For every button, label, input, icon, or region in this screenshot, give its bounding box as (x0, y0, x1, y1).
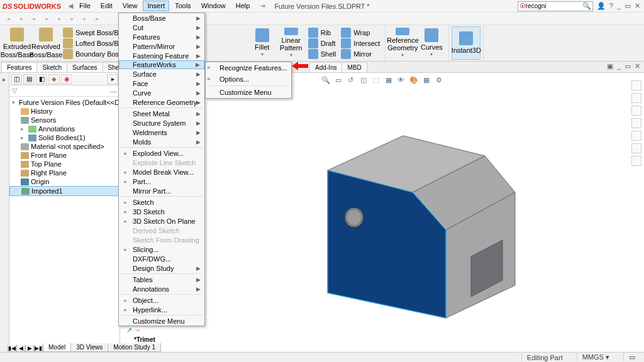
insert-menu-item[interactable]: Structure System▶ (119, 118, 204, 128)
user-icon[interactable]: 👤 (597, 2, 606, 10)
vt-display-style-icon[interactable]: ▦ (384, 75, 394, 85)
tree-history[interactable]: History (9, 107, 119, 116)
cmd-revolved-boss[interactable]: Revolved Boss/Base (31, 26, 60, 60)
tab-nav-first[interactable]: ▮◀ (8, 345, 16, 352)
insert-menu-item[interactable]: Molds▶ (119, 137, 204, 146)
tree-annotations[interactable]: ▸Annotations (9, 124, 119, 133)
help-icon[interactable]: ? (609, 2, 613, 10)
status-extra-icon[interactable]: ▭ (623, 353, 640, 361)
tab-mbd[interactable]: MBD (341, 62, 367, 72)
tab-sketch[interactable]: Sketch (36, 62, 67, 72)
menu-view[interactable]: View (118, 1, 142, 11)
fm-filter-icon[interactable]: ▽ (12, 87, 17, 95)
vt-zoom-fit-icon[interactable]: 🔍 (321, 75, 331, 85)
menu-window[interactable]: Window (197, 1, 230, 11)
history-back-icon[interactable]: ◀ (66, 2, 75, 10)
tab-addins[interactable]: Add-Ins (309, 62, 342, 72)
menu-file[interactable]: File (75, 1, 95, 11)
menu-tools[interactable]: Tools (170, 1, 196, 11)
cmd-intersect[interactable]: Intersect (338, 38, 382, 48)
tab-model[interactable]: Model (43, 343, 71, 352)
doc-close-icon[interactable]: ✕ (635, 62, 640, 70)
menu-insert[interactable]: Insert (143, 1, 169, 11)
vt-zoom-area-icon[interactable]: ▭ (333, 75, 343, 85)
cmd-curves[interactable]: Curves▾ (417, 26, 446, 60)
tree-front-plane[interactable]: Front Plane (9, 151, 119, 160)
insert-menu-item[interactable]: Features▶ (119, 32, 204, 41)
tree-material[interactable]: Material <not specified> (9, 142, 119, 151)
cmd-wrap[interactable]: Wrap (338, 27, 382, 38)
fm-tab-dim-icon[interactable]: ◆ (48, 74, 60, 84)
cmd-mirror[interactable]: Mirror (338, 48, 382, 59)
fm-tab-config-icon[interactable]: ◧ (36, 74, 47, 84)
qat-print-icon[interactable]: ▫ (42, 14, 52, 24)
insert-menu-item[interactable]: Fastening Feature▶ (119, 51, 204, 60)
insert-menu-item[interactable]: Cut▶ (119, 23, 204, 32)
insert-menu-item[interactable]: Customize Menu (119, 316, 204, 326)
tab-motion-study[interactable]: Motion Study 1 (108, 343, 161, 352)
tree-sensors[interactable]: Sensors (9, 116, 119, 124)
tp-forum-icon[interactable] (631, 156, 641, 166)
status-units[interactable]: MMGS ▾ (577, 353, 614, 361)
cmd-instant3d[interactable]: Instant3D (452, 26, 480, 60)
insert-menu-item[interactable]: ▫Slicing... (119, 244, 204, 254)
tree-right-plane[interactable]: Right Plane (9, 168, 119, 177)
qat-rebuild-icon[interactable]: ▫ (79, 14, 89, 24)
insert-menu-item[interactable]: ▫Model Break View... (119, 167, 204, 177)
vt-prev-view-icon[interactable]: ↺ (346, 75, 356, 85)
vt-orient-icon[interactable]: ⬚ (371, 75, 381, 85)
insert-menu-item[interactable]: Curve▶ (119, 88, 204, 97)
insert-menu-item[interactable]: ▫Exploded View... (119, 148, 204, 158)
cmd-shell[interactable]: Shell (306, 48, 338, 59)
insert-menu-item[interactable]: Reference Geometry▶ (119, 97, 204, 107)
qat-redo-icon[interactable]: ▫ (67, 14, 77, 24)
insert-menu-item[interactable]: Face▶ (119, 79, 204, 88)
doc-cascade-icon[interactable]: ▣ (607, 62, 613, 70)
insert-menu-item[interactable]: ▫Object... (119, 295, 204, 305)
fw-submenu-item[interactable]: ▫Options... (206, 74, 291, 85)
insert-menu-item[interactable]: Surface▶ (119, 69, 204, 79)
fm-hide-icon[interactable]: — (110, 87, 117, 95)
vt-hide-show-icon[interactable]: 👁 (396, 75, 406, 85)
tab-surfaces[interactable]: Surfaces (67, 62, 103, 72)
qat-undo-icon[interactable]: ▫ (54, 14, 64, 24)
insert-menu-item[interactable]: Sheet Metal▶ (119, 109, 204, 118)
close-icon[interactable]: ✕ (635, 2, 640, 10)
menu-pin-icon[interactable]: ⇥ (255, 1, 270, 11)
insert-menu-item[interactable]: Boss/Base▶ (119, 13, 204, 23)
minimize-icon[interactable]: _ (617, 2, 621, 10)
tree-top-plane[interactable]: Top Plane (9, 160, 119, 168)
tree-origin[interactable]: Origin (9, 177, 119, 186)
search-box[interactable]: ⦿ 🔍 (518, 1, 593, 11)
insert-menu-item[interactable]: ▫3D Sketch On Plane (119, 216, 204, 226)
insert-menu-item[interactable]: Tables▶ (119, 275, 204, 284)
tree-imported1[interactable]: Imported1 (9, 186, 119, 196)
qat-save-icon[interactable]: ▫ (29, 14, 39, 24)
tp-design-lib-icon[interactable] (631, 93, 641, 103)
doc-minimize-icon[interactable]: _ (617, 62, 621, 70)
insert-menu-item[interactable]: FeatureWorks▶ (119, 60, 204, 69)
search-icon[interactable]: 🔍 (582, 2, 591, 10)
cmd-linear-pattern[interactable]: Linear Pattern▾ (277, 26, 306, 60)
cmd-draft[interactable]: Draft (306, 38, 338, 48)
cmd-fillet[interactable]: Fillet▾ (248, 26, 277, 60)
fw-submenu-item[interactable]: Customize Menu (206, 87, 291, 98)
tp-appearances-icon[interactable] (631, 131, 641, 141)
qat-new-icon[interactable]: ▫ (4, 14, 14, 24)
tp-custom-props-icon[interactable] (631, 143, 641, 153)
vt-settings-icon[interactable]: ⚙ (434, 75, 444, 85)
qat-options-icon[interactable]: ▫ (92, 14, 102, 24)
vt-scene-icon[interactable]: ▦ (421, 75, 431, 85)
insert-menu-item[interactable]: DXF/DWG... (119, 254, 204, 263)
fm-tab-display-icon[interactable]: ◉ (61, 74, 72, 84)
insert-menu-item[interactable]: Pattern/Mirror▶ (119, 41, 204, 51)
feature-manager-tree[interactable]: ▾ Future Version Files (Default<<Default… (9, 97, 119, 352)
search-input[interactable] (526, 3, 582, 9)
cmd-extruded-boss[interactable]: Extruded Boss/Base (3, 26, 31, 60)
fw-submenu-item[interactable]: ▫Recognize Features... (206, 62, 291, 74)
fm-tab-tree-icon[interactable]: ◫ (11, 74, 22, 84)
insert-menu-item[interactable]: Design Study▶ (119, 263, 204, 273)
tp-file-explorer-icon[interactable] (631, 106, 641, 116)
tree-solid-bodies[interactable]: ▸Solid Bodies(1) (9, 133, 119, 142)
cmd-rib[interactable]: Rib (306, 27, 338, 38)
